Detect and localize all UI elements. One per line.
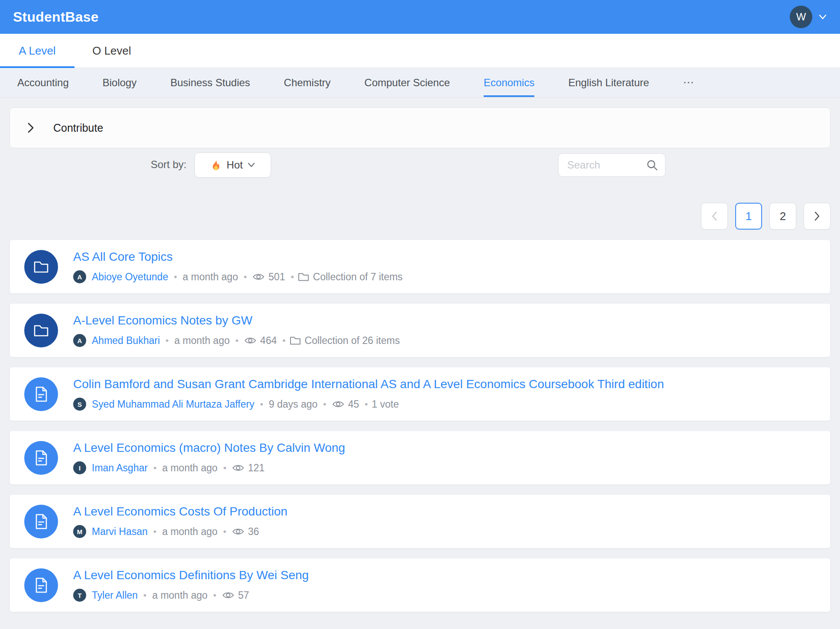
author-avatar: T bbox=[73, 589, 86, 602]
author-link[interactable]: Marvi Hasan bbox=[92, 526, 148, 538]
contribute-expander[interactable]: Contribute bbox=[10, 107, 830, 148]
meta-separator: • bbox=[365, 399, 368, 409]
subject-tab-biology[interactable]: Biology bbox=[103, 68, 137, 97]
item-title-link[interactable]: A-Level Economics Notes by GW bbox=[73, 314, 400, 327]
views-count: 121 bbox=[248, 462, 265, 474]
item-body: Colin Bamford and Susan Grant Cambridge … bbox=[73, 377, 664, 411]
list-item: A Level Economics (macro) Notes By Calvi… bbox=[10, 431, 830, 485]
meta-separator: • bbox=[282, 335, 285, 346]
author-avatar: A bbox=[73, 334, 86, 347]
extra-label: Collection of 26 items bbox=[305, 335, 400, 347]
views: 57 bbox=[222, 590, 249, 601]
author-link[interactable]: Tyler Allen bbox=[92, 590, 138, 601]
subject-tab-accounting[interactable]: Accounting bbox=[17, 68, 69, 97]
views-count: 45 bbox=[348, 399, 359, 410]
previous-page-button[interactable] bbox=[701, 203, 728, 230]
eye-icon bbox=[232, 464, 244, 472]
subject-tab-economics[interactable]: Economics bbox=[484, 68, 534, 97]
item-extra: • Collection of 7 items bbox=[291, 271, 402, 283]
item-title-link[interactable]: A Level Economics Definitions By Wei Sen… bbox=[73, 568, 309, 582]
eye-icon bbox=[252, 272, 265, 281]
item-title-link[interactable]: A Level Economics Costs Of Production bbox=[73, 505, 288, 519]
item-type-badge bbox=[24, 505, 58, 538]
author-avatar: S bbox=[73, 398, 86, 411]
subject-tab-computer-science[interactable]: Computer Science bbox=[365, 68, 450, 97]
search-input[interactable] bbox=[567, 159, 646, 171]
document-icon bbox=[34, 386, 48, 402]
item-body: A Level Economics Costs Of Production M … bbox=[73, 505, 288, 538]
item-title-link[interactable]: A Level Economics (macro) Notes By Calvi… bbox=[73, 441, 345, 455]
author-link[interactable]: Ahmed Bukhari bbox=[92, 335, 160, 347]
meta-separator: • bbox=[323, 399, 326, 409]
list-item: Colin Bamford and Susan Grant Cambridge … bbox=[10, 367, 830, 421]
eye-icon bbox=[232, 527, 244, 536]
item-type-badge bbox=[24, 568, 58, 602]
flame-icon bbox=[210, 159, 222, 171]
page-1-button[interactable]: 1 bbox=[735, 203, 762, 230]
views-count: 464 bbox=[260, 335, 277, 347]
sort-dropdown[interactable]: Hot bbox=[194, 152, 271, 178]
views: 501 bbox=[252, 271, 285, 283]
item-time: 9 days ago bbox=[269, 399, 318, 410]
next-page-button[interactable] bbox=[804, 203, 830, 230]
results-list: AS All Core Topics A Abioye Oyetunde • a… bbox=[10, 240, 830, 612]
item-time: a month ago bbox=[152, 590, 207, 601]
author-link[interactable]: Iman Asghar bbox=[92, 462, 148, 474]
item-extra: • 1 vote bbox=[365, 399, 399, 410]
item-body: AS All Core Topics A Abioye Oyetunde • a… bbox=[73, 250, 403, 283]
toolbar: Sort by: Hot bbox=[0, 148, 840, 178]
item-time: a month ago bbox=[162, 526, 217, 538]
views: 121 bbox=[232, 462, 265, 474]
contribute-label: Contribute bbox=[53, 122, 103, 134]
list-item: A-Level Economics Notes by GW A Ahmed Bu… bbox=[10, 303, 830, 357]
app-header: StudentBase W bbox=[0, 0, 840, 34]
subject-tab-english-literature[interactable]: English Literature bbox=[568, 68, 649, 97]
item-meta: A Ahmed Bukhari • a month ago • 464 • bbox=[73, 334, 400, 347]
pagination: 12 bbox=[10, 203, 830, 230]
meta-separator: • bbox=[153, 463, 156, 473]
folder-icon bbox=[33, 260, 49, 274]
item-meta: M Marvi Hasan • a month ago • 36 bbox=[73, 525, 288, 538]
eye-icon bbox=[244, 336, 256, 345]
subject-tab-more[interactable]: ⋯ bbox=[683, 68, 695, 97]
subject-nav: AccountingBiologyBusiness StudiesChemist… bbox=[0, 68, 840, 97]
subject-tab-business-studies[interactable]: Business Studies bbox=[170, 68, 250, 97]
app-title: StudentBase bbox=[13, 9, 99, 25]
collection-icon bbox=[290, 336, 301, 345]
item-meta: T Tyler Allen • a month ago • 57 bbox=[73, 589, 309, 602]
item-title-link[interactable]: AS All Core Topics bbox=[73, 250, 403, 264]
tab-o-level[interactable]: O Level bbox=[74, 34, 149, 68]
subject-tab-chemistry[interactable]: Chemistry bbox=[284, 68, 331, 97]
user-avatar[interactable]: W bbox=[790, 6, 812, 28]
item-time: a month ago bbox=[183, 271, 238, 283]
item-time: a month ago bbox=[174, 335, 230, 347]
meta-separator: • bbox=[143, 590, 146, 600]
views: 36 bbox=[232, 526, 259, 538]
header-user-menu[interactable]: W bbox=[790, 6, 827, 28]
sort-by-label: Sort by: bbox=[151, 159, 187, 171]
item-type-badge bbox=[24, 314, 58, 347]
item-title-link[interactable]: Colin Bamford and Susan Grant Cambridge … bbox=[73, 377, 664, 391]
meta-separator: • bbox=[223, 463, 226, 473]
extra-label: 1 vote bbox=[372, 399, 399, 410]
item-type-badge bbox=[24, 250, 58, 284]
views: 464 bbox=[244, 335, 277, 347]
item-type-badge bbox=[24, 377, 58, 411]
author-avatar: M bbox=[73, 525, 86, 538]
level-tabs: A LevelO Level bbox=[0, 34, 840, 68]
tab-a-level[interactable]: A Level bbox=[0, 34, 74, 68]
search-icon[interactable] bbox=[646, 159, 658, 171]
meta-separator: • bbox=[235, 335, 238, 346]
meta-separator: • bbox=[260, 399, 263, 409]
author-link[interactable]: Abioye Oyetunde bbox=[92, 271, 168, 283]
page-2-button[interactable]: 2 bbox=[769, 203, 796, 230]
meta-separator: • bbox=[153, 526, 156, 537]
author-link[interactable]: Syed Muhammad Ali Murtaza Jaffery bbox=[92, 399, 254, 410]
views-count: 57 bbox=[238, 590, 249, 601]
item-body: A Level Economics (macro) Notes By Calvi… bbox=[73, 441, 345, 474]
author-avatar: A bbox=[73, 270, 86, 283]
search-box bbox=[558, 153, 666, 177]
folder-icon bbox=[33, 324, 49, 337]
chevron-down-icon bbox=[248, 162, 255, 168]
chevron-down-icon[interactable] bbox=[818, 14, 827, 20]
